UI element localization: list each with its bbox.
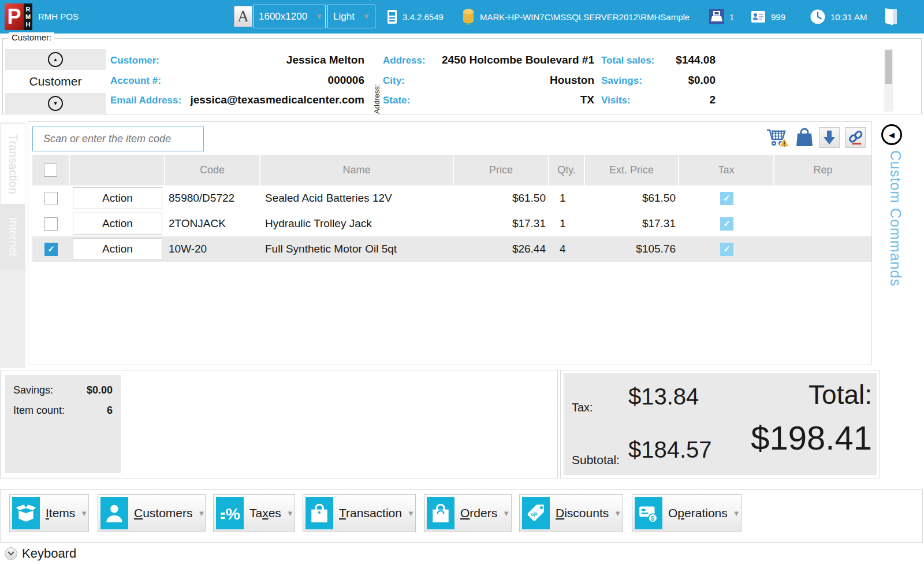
- header-ext-price[interactable]: Ext. Price: [585, 155, 679, 185]
- tax-checkbox[interactable]: ✓: [720, 217, 733, 231]
- header-qty[interactable]: Qty.: [549, 155, 585, 185]
- account-field-label: Account #:: [110, 75, 161, 87]
- city-field-label: City:: [383, 75, 405, 87]
- theme-dropdown[interactable]: Light ▼: [327, 5, 375, 28]
- row-checkbox[interactable]: [44, 217, 58, 231]
- chevron-down-icon: ▼: [407, 509, 415, 518]
- cashier-status: 999: [751, 0, 785, 34]
- tax-value: $13.84: [628, 384, 699, 410]
- item-ext-price: $105.76: [585, 243, 679, 255]
- address-field-label: Address:: [383, 55, 426, 66]
- discounts-menu-button[interactable]: % Discounts ▼: [519, 494, 623, 532]
- register-icon: [709, 9, 724, 24]
- item-code: 2TONJACK: [165, 217, 260, 230]
- left-tab-strip: Transaction Internet: [0, 123, 25, 368]
- transaction-summary-panel: Savings: $0.00 Item count: 6: [0, 370, 558, 478]
- header-rep[interactable]: Rep: [774, 155, 871, 185]
- action-button[interactable]: Action: [73, 187, 162, 209]
- resolution-value: 1600x1200: [259, 11, 307, 23]
- tax-checkbox[interactable]: ✓: [720, 243, 733, 256]
- actions-bar: Items ▼ Customers ▼ % Taxes ▼ Transactio…: [0, 489, 923, 543]
- collapse-panel-button[interactable]: ◀: [881, 124, 902, 145]
- font-button[interactable]: A: [234, 6, 252, 27]
- transaction-menu-button[interactable]: Transaction ▼: [303, 494, 416, 532]
- keyboard-expand-button[interactable]: [5, 547, 17, 560]
- taxes-label: Taxes: [249, 506, 281, 520]
- customer-savings-label: Savings:: [601, 75, 642, 87]
- chevron-down-icon: ▼: [198, 509, 206, 518]
- total-label: Total:: [808, 379, 872, 410]
- row-checkbox[interactable]: [44, 192, 58, 205]
- items-menu-button[interactable]: Items ▼: [9, 494, 89, 532]
- totals-box: Tax: $13.84 Total: Subtotal: $184.57 $19…: [564, 373, 877, 475]
- tax-checkbox[interactable]: ✓: [720, 192, 733, 205]
- item-count-value: 6: [107, 405, 113, 417]
- subtotal-value: $184.57: [628, 437, 712, 463]
- chevron-down-icon: ▼: [733, 509, 740, 518]
- item-code: 85980/D5722: [165, 192, 260, 205]
- customer-name-value: Jessica Melton: [174, 54, 364, 66]
- scrollbar-thumb[interactable]: [885, 50, 892, 84]
- items-label: Items: [46, 506, 75, 520]
- custom-commands-label[interactable]: Custom Commands: [887, 150, 904, 287]
- operations-menu-button[interactable]: $ Operations ▼: [632, 494, 742, 532]
- table-row[interactable]: ✓ Action 10W-20 Full Synthetic Motor Oil…: [32, 236, 871, 262]
- percent-icon: %: [216, 497, 244, 529]
- operations-label: Operations: [668, 506, 728, 520]
- keyboard-label[interactable]: Keyboard: [22, 546, 76, 561]
- account-number-value: 000006: [174, 74, 364, 87]
- clock-icon: [810, 9, 825, 24]
- item-count-label: Item count:: [13, 405, 65, 417]
- header-action: [70, 155, 165, 185]
- tab-transaction[interactable]: Transaction: [0, 124, 25, 205]
- taxes-menu-button[interactable]: % Taxes ▼: [213, 494, 295, 532]
- chevron-down-icon: ▼: [355, 12, 370, 21]
- item-ext-price: $17.31: [585, 217, 679, 230]
- unlink-button[interactable]: [845, 127, 866, 148]
- totals-panel: Tax: $13.84 Total: Subtotal: $184.57 $19…: [560, 370, 880, 478]
- rmh-logo: P RMH: [5, 3, 32, 30]
- svg-text:%: %: [226, 504, 240, 523]
- transaction-table: Code Name Price Qty. Ext. Price Tax Rep …: [32, 155, 871, 262]
- custom-commands-strip: ◀ Custom Commands: [879, 123, 924, 368]
- table-header: Code Name Price Qty. Ext. Price Tax Rep: [32, 155, 871, 185]
- item-price: $61.50: [454, 192, 549, 205]
- orders-label: Orders: [460, 506, 497, 520]
- shopping-bag-icon[interactable]: [795, 127, 814, 148]
- header-tax[interactable]: Tax: [679, 155, 774, 185]
- total-sales-value: $144.08: [652, 54, 716, 66]
- app-title: RMH POS: [38, 12, 79, 21]
- table-row[interactable]: Action 2TONJACK Hydraulic Trolley Jack $…: [32, 211, 871, 236]
- cart-warning-icon[interactable]: [766, 127, 790, 149]
- customers-menu-button[interactable]: Customers ▼: [98, 494, 206, 532]
- table-row[interactable]: Action 85980/D5722 Sealed Acid Batteries…: [32, 185, 871, 211]
- address-value: 2450 Holcombe Boulevard #1: [421, 54, 594, 66]
- download-items-button[interactable]: [819, 127, 840, 148]
- tab-internet[interactable]: Internet: [0, 205, 25, 269]
- customer-next-button[interactable]: ▼: [5, 93, 106, 114]
- item-code-input[interactable]: [32, 127, 204, 151]
- cashier-number: 999: [771, 12, 785, 22]
- header-name[interactable]: Name: [260, 155, 454, 185]
- card-coins-icon: $: [635, 497, 662, 529]
- exit-button[interactable]: [884, 0, 899, 34]
- titlebar: P RMH RMH POS A 1600x1200 ▼ Light ▼ 3.4.…: [0, 0, 924, 34]
- row-checkbox[interactable]: ✓: [44, 243, 58, 256]
- customer-prev-button[interactable]: ▲: [5, 49, 106, 70]
- customer-scrollbar[interactable]: [884, 49, 893, 112]
- customers-label: Customers: [134, 506, 193, 520]
- resolution-dropdown[interactable]: 1600x1200 ▼: [253, 5, 326, 28]
- action-button[interactable]: Action: [73, 238, 162, 260]
- select-all-checkbox[interactable]: [44, 164, 57, 177]
- time-text: 10:31 AM: [830, 12, 867, 22]
- chevron-down-icon: ▼: [502, 509, 510, 518]
- shopping-bag-icon: [305, 497, 333, 529]
- orders-menu-button[interactable]: Orders ▼: [424, 494, 512, 532]
- cashier-badge-icon: [751, 9, 766, 24]
- clock-status: 10:31 AM: [810, 0, 867, 34]
- email-value: jessica@texasmedicalcenter.com: [174, 94, 364, 106]
- action-button[interactable]: Action: [73, 213, 162, 235]
- header-price[interactable]: Price: [454, 155, 549, 185]
- header-code[interactable]: Code: [165, 155, 260, 185]
- transaction-label: Transaction: [339, 506, 402, 520]
